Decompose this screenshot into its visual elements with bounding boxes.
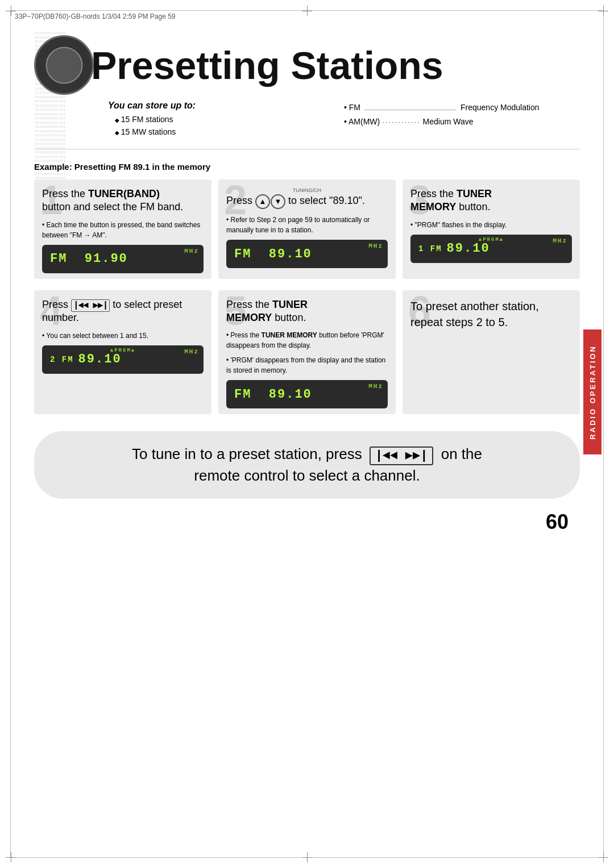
fm-dots — [365, 110, 456, 110]
step-4-lcd-unit: MHz — [184, 348, 199, 355]
store-item-mw: 15 MW stations — [115, 126, 344, 138]
step-3-bullet-1: "PRGM" flashes in the display. — [410, 220, 572, 230]
store-left: You can store up to: 15 FM stations 15 M… — [108, 101, 344, 139]
step-2-lcd-unit: MHz — [368, 243, 383, 249]
step-5-lcd-unit: MHz — [368, 383, 383, 390]
step-1-lcd-text: FM 91.90 — [50, 252, 128, 266]
step-2-icon: ▲ ▼ — [255, 194, 285, 209]
step-6-box: 6 To preset another station, repeat step… — [403, 290, 580, 415]
store-right-amw: • AM(MW) ············ Medium Wave — [344, 115, 580, 129]
step-2-lcd-text: FM 89.10 — [234, 247, 312, 261]
step-6-content: To preset another station, repeat steps … — [410, 298, 572, 330]
down-arrow-btn[interactable]: ▼ — [271, 194, 285, 209]
step-3-bold-tuner: TUNER — [457, 188, 492, 199]
step-5-box: 5 Press the TUNERMEMORY button. Press th… — [218, 290, 396, 415]
page-title: Presetting Stations — [91, 46, 443, 85]
step-3-prgm: ▲PRGM▲ — [479, 237, 504, 243]
page-number: 60 — [34, 510, 580, 534]
step-3-lcd-unit: MHz — [553, 237, 567, 244]
step-1-box: 1 Press the TUNER(BAND)button and select… — [34, 180, 211, 279]
step-3-lcd: ▲PRGM▲ 1 FM 89.10 MHz — [410, 235, 572, 263]
amw-label: • AM(MW) — [344, 115, 380, 129]
step-2-lcd: FM 89.10 MHz — [226, 240, 388, 268]
step-5-title: Press the TUNERMEMORY button. — [226, 298, 388, 325]
store-right: • FM Frequency Modulation • AM(MW) ·····… — [344, 101, 580, 139]
step-1-lcd: FM 91.90 MHz — [42, 245, 204, 273]
step-5-lcd-text: FM 89.10 — [234, 387, 312, 402]
step-4-title: Press |◄◄ ▶▶| to select preset number. — [42, 298, 204, 325]
step-4-prgm: ▲PRGM▲ — [110, 348, 135, 353]
step-5-lcd: FM 89.10 MHz — [226, 380, 388, 408]
tuning-label: TUNING/CH — [226, 187, 388, 193]
crosshair-bottom-mid — [302, 852, 312, 862]
step-1-bold: TUNER(BAND) — [88, 188, 160, 199]
footer-text-channel: remote control to select a channel. — [194, 467, 420, 484]
amw-desc: Medium Wave — [423, 115, 474, 129]
title-area: Presetting Stations — [34, 35, 580, 95]
example-heading: Example: Presetting FM 89.1 in the memor… — [34, 162, 580, 172]
fm-desc: Frequency Modulation — [460, 101, 540, 115]
step-3-box: 3 Press the TUNERMEMORY button. "PRGM" f… — [403, 180, 580, 279]
footer-note: To tune in to a preset station, press |◄… — [34, 431, 580, 498]
step-2-box: 2 TUNING/CH Press ▲ ▼ to select "89.10".… — [218, 180, 396, 279]
step-2-bullet-1: Refer to Step 2 on page 59 to automatica… — [226, 215, 388, 235]
store-right-fm: • FM Frequency Modulation — [344, 101, 580, 115]
footer-text-pre: To tune in to a preset station, press — [132, 445, 366, 462]
step-4-skip-icon: |◄◄ ▶▶| — [71, 299, 110, 312]
fm-label: • FM — [344, 101, 360, 115]
steps-grid-bottom: 4 Press |◄◄ ▶▶| to select preset number.… — [34, 290, 580, 415]
divider-1 — [34, 149, 580, 149]
title-circle-inner — [45, 47, 82, 84]
title-circle-decoration — [34, 35, 94, 95]
step-4-channel: 2 FM — [50, 355, 74, 364]
step-1-title: Press the TUNER(BAND)button and select t… — [42, 187, 204, 214]
step-1-content: Press the TUNER(BAND)button and select t… — [42, 187, 204, 273]
step-3-content: Press the TUNERMEMORY button. "PRGM" fla… — [410, 187, 572, 263]
step-1-bullet-1: Each time the button is pressed, the ban… — [42, 220, 204, 240]
step-4-box: 4 Press |◄◄ ▶▶| to select preset number.… — [34, 290, 211, 415]
step-3-lcd-text: 89.10 — [447, 241, 490, 256]
up-arrow-btn[interactable]: ▲ — [255, 194, 270, 209]
footer-skip-icon: |◄◄ ▶▶| — [370, 446, 434, 465]
crosshair-bottom-left — [6, 852, 16, 862]
footer-text-post: on the — [441, 445, 482, 462]
step-4-lcd: ▲PRGM▲ 2 FM 89.10 MHz — [42, 345, 204, 374]
step-6-title: To preset another station, repeat steps … — [410, 298, 572, 330]
step-4-content: Press |◄◄ ▶▶| to select preset number. Y… — [42, 298, 204, 374]
store-section: You can store up to: 15 FM stations 15 M… — [108, 101, 580, 139]
step-1-lcd-unit: MHz — [184, 248, 199, 254]
step-5-bullet-1: Press the TUNER MEMORY button before 'PR… — [226, 330, 388, 350]
store-item-fm: 15 FM stations — [115, 113, 344, 126]
step-5-bold-tuner: TUNER — [272, 299, 308, 310]
step-5-content: Press the TUNERMEMORY button. Press the … — [226, 298, 388, 409]
step-3-bold-memory: MEMORY — [410, 201, 456, 212]
step-4-bullet-1: You can select between 1 and 15. — [42, 331, 204, 341]
step-2-title: Press ▲ ▼ to select "89.10". — [226, 194, 388, 209]
step-5-bold-memory: MEMORY — [226, 312, 272, 323]
step-2-content: TUNING/CH Press ▲ ▼ to select "89.10". R… — [226, 187, 388, 268]
step-3-channel: 1 FM — [418, 244, 442, 253]
crosshair-bottom-right — [598, 852, 608, 862]
step-4-lcd-text: 89.10 — [78, 352, 122, 366]
step-5-bullet-2: 'PRGM' disappears from the display and t… — [226, 355, 388, 375]
store-heading: You can store up to: — [108, 101, 344, 111]
step-3-title: Press the TUNERMEMORY button. — [410, 187, 572, 214]
steps-grid-top: 1 Press the TUNER(BAND)button and select… — [34, 180, 580, 279]
